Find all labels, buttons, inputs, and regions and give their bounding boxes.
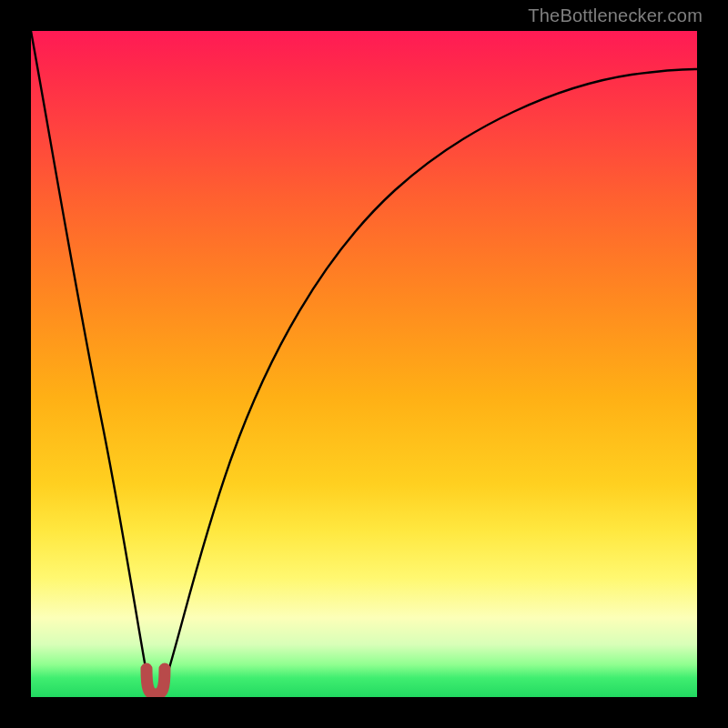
chart-frame: TheBottlenecker.com [0, 0, 728, 728]
gradient-background [31, 31, 697, 697]
plot-area [31, 31, 697, 697]
attribution-text: TheBottlenecker.com [528, 5, 703, 26]
